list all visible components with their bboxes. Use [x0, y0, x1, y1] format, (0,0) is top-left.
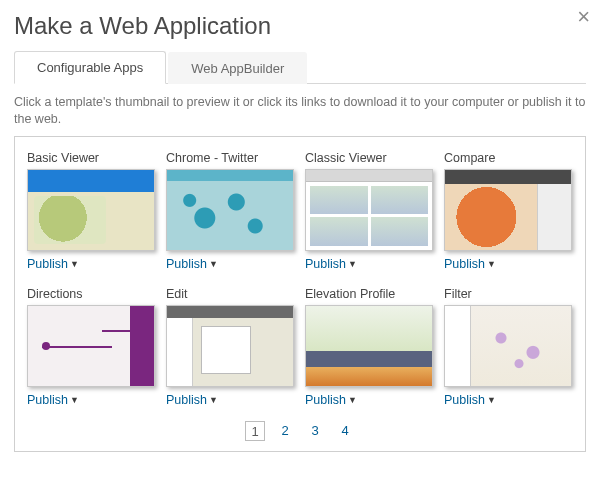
caret-down-icon: ▼ — [348, 259, 357, 269]
template-thumbnail[interactable] — [444, 169, 572, 251]
template-thumbnail[interactable] — [305, 169, 433, 251]
publish-label: Publish — [166, 257, 207, 271]
template-title: Elevation Profile — [305, 287, 434, 301]
publish-label: Publish — [27, 257, 68, 271]
publish-label: Publish — [305, 257, 346, 271]
tab-web-appbuilder[interactable]: Web AppBuilder — [168, 52, 307, 84]
page-4[interactable]: 4 — [335, 421, 355, 441]
caret-down-icon: ▼ — [209, 259, 218, 269]
publish-menu[interactable]: Publish ▼ — [27, 257, 79, 271]
caret-down-icon: ▼ — [487, 259, 496, 269]
page-3[interactable]: 3 — [305, 421, 325, 441]
close-icon[interactable]: × — [577, 6, 590, 28]
dialog-title: Make a Web Application — [14, 12, 586, 40]
template-card-filter: Filter Publish ▼ — [444, 287, 573, 417]
template-title: Basic Viewer — [27, 151, 156, 165]
template-card-chrome-twitter: Chrome - Twitter Publish ▼ — [166, 151, 295, 281]
pager: 1 2 3 4 — [27, 417, 573, 443]
caret-down-icon: ▼ — [209, 395, 218, 405]
caret-down-icon: ▼ — [70, 395, 79, 405]
make-web-app-dialog: × Make a Web Application Configurable Ap… — [0, 0, 600, 456]
publish-label: Publish — [305, 393, 346, 407]
template-card-compare: Compare Publish ▼ — [444, 151, 573, 281]
template-card-elevation-profile: Elevation Profile Publish ▼ — [305, 287, 434, 417]
template-thumbnail[interactable] — [305, 305, 433, 387]
page-1: 1 — [245, 421, 265, 441]
template-thumbnail[interactable] — [27, 305, 155, 387]
publish-menu[interactable]: Publish ▼ — [305, 393, 357, 407]
instruction-text: Click a template's thumbnail to preview … — [14, 94, 586, 128]
caret-down-icon: ▼ — [487, 395, 496, 405]
tabs: Configurable Apps Web AppBuilder — [14, 50, 586, 84]
caret-down-icon: ▼ — [70, 259, 79, 269]
template-title: Edit — [166, 287, 295, 301]
template-card-basic-viewer: Basic Viewer Publish ▼ — [27, 151, 156, 281]
page-2[interactable]: 2 — [275, 421, 295, 441]
template-title: Filter — [444, 287, 573, 301]
publish-label: Publish — [444, 393, 485, 407]
template-card-edit: Edit Publish ▼ — [166, 287, 295, 417]
template-thumbnail[interactable] — [166, 305, 294, 387]
template-thumbnail[interactable] — [444, 305, 572, 387]
tab-configurable-apps[interactable]: Configurable Apps — [14, 51, 166, 84]
publish-menu[interactable]: Publish ▼ — [444, 257, 496, 271]
template-title: Classic Viewer — [305, 151, 434, 165]
template-grid: Basic Viewer Publish ▼ Chrome - Twitter … — [27, 151, 573, 417]
caret-down-icon: ▼ — [348, 395, 357, 405]
publish-label: Publish — [166, 393, 207, 407]
template-card-classic-viewer: Classic Viewer Publish ▼ — [305, 151, 434, 281]
template-card-directions: Directions Publish ▼ — [27, 287, 156, 417]
publish-menu[interactable]: Publish ▼ — [166, 393, 218, 407]
publish-menu[interactable]: Publish ▼ — [27, 393, 79, 407]
template-title: Compare — [444, 151, 573, 165]
template-title: Directions — [27, 287, 156, 301]
template-thumbnail[interactable] — [27, 169, 155, 251]
publish-label: Publish — [444, 257, 485, 271]
template-thumbnail[interactable] — [166, 169, 294, 251]
publish-label: Publish — [27, 393, 68, 407]
template-title: Chrome - Twitter — [166, 151, 295, 165]
publish-menu[interactable]: Publish ▼ — [305, 257, 357, 271]
publish-menu[interactable]: Publish ▼ — [444, 393, 496, 407]
publish-menu[interactable]: Publish ▼ — [166, 257, 218, 271]
template-gallery: Basic Viewer Publish ▼ Chrome - Twitter … — [14, 136, 586, 452]
